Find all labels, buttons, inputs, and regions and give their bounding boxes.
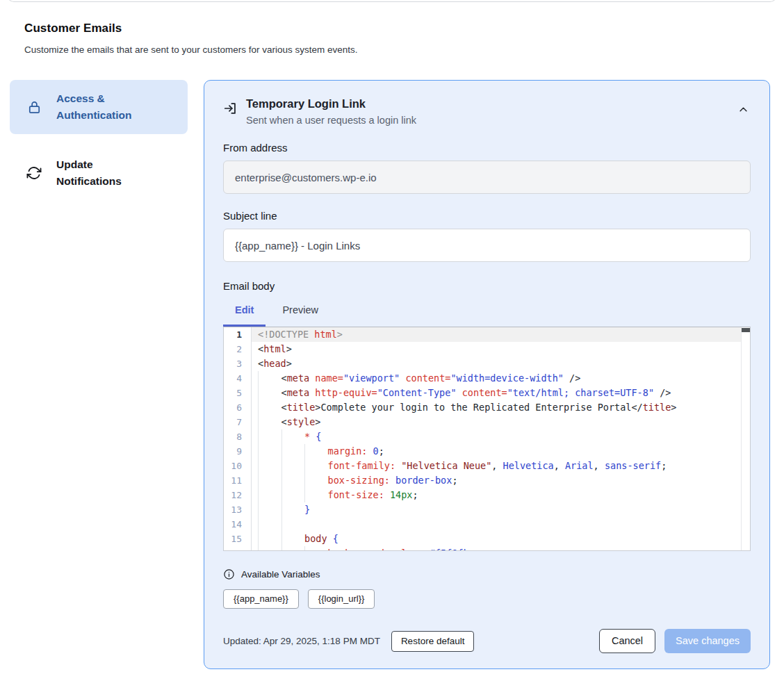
login-icon bbox=[223, 101, 238, 116]
code-content: body { bbox=[252, 532, 750, 546]
code-content: <head> bbox=[252, 356, 750, 371]
variable-chip-app-name[interactable]: {{app_name}} bbox=[223, 589, 299, 609]
email-types-sidebar: Access & Authentication Update Notificat… bbox=[10, 80, 188, 200]
code-content: } bbox=[252, 502, 750, 517]
code-line[interactable]: 7 <style> bbox=[224, 415, 750, 429]
code-line[interactable]: 15 body { bbox=[224, 532, 750, 546]
line-number: 9 bbox=[224, 444, 252, 459]
available-variables-label: Available Variables bbox=[241, 569, 320, 580]
tab-preview[interactable]: Preview bbox=[270, 300, 330, 327]
info-icon bbox=[223, 568, 235, 580]
line-number: 11 bbox=[224, 473, 252, 488]
code-line[interactable]: 12 font-size: 14px; bbox=[224, 488, 750, 502]
code-content: font-size: 14px; bbox=[252, 488, 750, 502]
code-line[interactable]: 16 background-color: #f5f8fb; bbox=[224, 546, 750, 551]
code-content: <title>Complete your login to the Replic… bbox=[252, 400, 750, 415]
code-line[interactable]: 13 } bbox=[224, 502, 750, 517]
from-address-input[interactable] bbox=[223, 161, 751, 194]
code-content: box-sizing: border-box; bbox=[252, 473, 750, 488]
lock-icon bbox=[26, 99, 42, 115]
code-line[interactable]: 6 <title>Complete your login to the Repl… bbox=[224, 400, 750, 415]
code-content: <style> bbox=[252, 415, 750, 429]
save-changes-button[interactable]: Save changes bbox=[664, 629, 751, 653]
code-line[interactable]: 14 bbox=[224, 517, 750, 532]
code-line[interactable]: 10 font-family: "Helvetica Neue", Helvet… bbox=[224, 459, 750, 473]
line-number: 12 bbox=[224, 488, 252, 502]
panel-title: Temporary Login Link bbox=[246, 97, 416, 110]
line-number: 10 bbox=[224, 459, 252, 473]
sidebar-item-label: Access & Authentication bbox=[56, 90, 161, 124]
line-number: 2 bbox=[224, 342, 252, 356]
code-line[interactable]: 4 <meta name="viewport" content="width=d… bbox=[224, 371, 750, 386]
sidebar-item-update-notifications[interactable]: Update Notifications bbox=[10, 146, 188, 200]
sidebar-item-label: Update Notifications bbox=[56, 156, 161, 190]
line-number: 16 bbox=[224, 546, 252, 551]
line-number: 3 bbox=[224, 356, 252, 371]
code-content: margin: 0; bbox=[252, 444, 750, 459]
restore-default-button[interactable]: Restore default bbox=[391, 631, 475, 652]
code-line[interactable]: 5 <meta http-equiv="Content-Type" conten… bbox=[224, 386, 750, 400]
code-content: font-family: "Helvetica Neue", Helvetica… bbox=[252, 459, 750, 473]
temporary-login-link-panel: Temporary Login Link Sent when a user re… bbox=[204, 80, 770, 669]
sync-icon bbox=[26, 165, 42, 181]
email-body-code-editor[interactable]: 1<!DOCTYPE html>2<html>3<head>4 <meta na… bbox=[223, 327, 751, 551]
chevron-up-icon bbox=[738, 104, 749, 117]
code-line[interactable]: 8 * { bbox=[224, 429, 750, 444]
collapse-panel-button[interactable] bbox=[734, 101, 752, 120]
updated-timestamp: Updated: Apr 29, 2025, 1:18 PM MDT bbox=[223, 636, 380, 646]
code-content: <html> bbox=[252, 342, 750, 356]
line-number: 5 bbox=[224, 386, 252, 400]
subject-line-label: Subject line bbox=[223, 210, 751, 222]
editor-scrollbar[interactable] bbox=[741, 327, 750, 550]
line-number: 15 bbox=[224, 532, 252, 546]
panel-header: Temporary Login Link Sent when a user re… bbox=[223, 97, 751, 126]
previous-card-bottom-edge bbox=[7, 0, 777, 2]
code-line[interactable]: 3<head> bbox=[224, 356, 750, 371]
line-number: 4 bbox=[224, 371, 252, 386]
variable-chip-login-url[interactable]: {{login_url}} bbox=[308, 589, 375, 609]
line-number: 1 bbox=[224, 327, 252, 342]
line-number: 14 bbox=[224, 517, 252, 532]
page-subtitle: Customize the emails that are sent to yo… bbox=[24, 44, 784, 55]
cancel-button[interactable]: Cancel bbox=[599, 629, 655, 653]
subject-line-input[interactable] bbox=[223, 229, 751, 262]
email-body-tabs: Edit Preview bbox=[223, 300, 751, 327]
from-address-label: From address bbox=[223, 142, 751, 154]
tab-edit[interactable]: Edit bbox=[223, 300, 266, 327]
code-content: * { bbox=[252, 429, 750, 444]
line-number: 8 bbox=[224, 429, 252, 444]
page-header: Customer Emails Customize the emails tha… bbox=[0, 0, 784, 55]
email-body-label: Email body bbox=[223, 280, 751, 292]
sidebar-item-access-authentication[interactable]: Access & Authentication bbox=[10, 80, 188, 134]
code-content bbox=[252, 517, 750, 532]
code-line[interactable]: 2<html> bbox=[224, 342, 750, 356]
page-title: Customer Emails bbox=[24, 22, 784, 35]
code-content: background-color: #f5f8fb; bbox=[252, 546, 750, 551]
panel-subtitle: Sent when a user requests a login link bbox=[246, 115, 416, 126]
line-number: 6 bbox=[224, 400, 252, 415]
code-line[interactable]: 11 box-sizing: border-box; bbox=[224, 473, 750, 488]
line-number: 13 bbox=[224, 502, 252, 517]
code-line[interactable]: 9 margin: 0; bbox=[224, 444, 750, 459]
code-content: <meta name="viewport" content="width=dev… bbox=[252, 371, 750, 386]
editor-scrollbar-thumb[interactable] bbox=[742, 328, 750, 332]
code-content: <meta http-equiv="Content-Type" content=… bbox=[252, 386, 750, 400]
line-number: 7 bbox=[224, 415, 252, 429]
code-line[interactable]: 1<!DOCTYPE html> bbox=[224, 327, 750, 342]
code-content: <!DOCTYPE html> bbox=[252, 327, 750, 342]
